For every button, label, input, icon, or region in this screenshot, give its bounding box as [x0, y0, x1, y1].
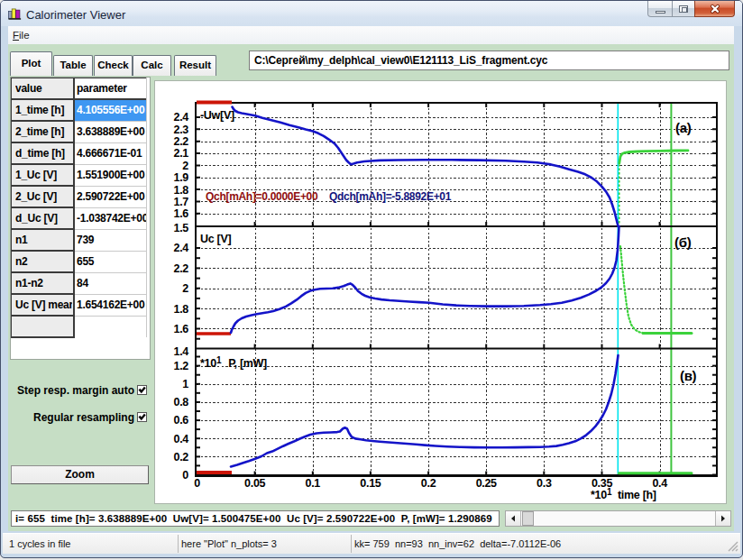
- svg-text:(a): (a): [675, 120, 692, 135]
- svg-text:2: 2: [182, 282, 188, 295]
- svg-text:2.4: 2.4: [174, 242, 189, 254]
- svg-text:1.4: 1.4: [174, 345, 189, 358]
- svg-text:1.5: 1.5: [174, 222, 189, 234]
- svg-text:0.25: 0.25: [476, 477, 497, 490]
- svg-text:0: 0: [182, 469, 188, 482]
- svg-text:2.3: 2.3: [174, 124, 189, 136]
- svg-text:0.05: 0.05: [244, 477, 265, 490]
- svg-text:1.2: 1.2: [174, 360, 189, 372]
- svg-text:1.6: 1.6: [174, 207, 189, 220]
- svg-text:2.4: 2.4: [174, 111, 189, 124]
- svg-text:0: 0: [194, 477, 200, 490]
- svg-text:1.8: 1.8: [174, 303, 189, 316]
- svg-text:*101: *101: [591, 487, 612, 501]
- svg-text:1.8: 1.8: [174, 184, 189, 197]
- svg-text:0.2: 0.2: [421, 477, 436, 490]
- svg-text:0.8: 0.8: [174, 396, 189, 409]
- svg-text:0.1: 0.1: [306, 477, 321, 490]
- svg-text:(в): (в): [680, 368, 697, 383]
- svg-text:1.6: 1.6: [174, 323, 189, 335]
- svg-text:1: 1: [182, 378, 188, 390]
- svg-text:0.2: 0.2: [174, 451, 189, 464]
- svg-text:time [h]: time [h]: [618, 489, 656, 501]
- svg-text:0.4: 0.4: [174, 433, 189, 445]
- svg-text:0.6: 0.6: [174, 414, 189, 427]
- svg-text:(б): (б): [674, 234, 692, 250]
- svg-text:0.4: 0.4: [652, 477, 667, 490]
- svg-text:2.2: 2.2: [174, 262, 189, 275]
- svg-text:Qdch[mAh]=-5.8892E+01: Qdch[mAh]=-5.8892E+01: [329, 190, 452, 203]
- svg-text:2.2: 2.2: [174, 135, 189, 148]
- svg-text:-Uw[V]: -Uw[V]: [200, 109, 234, 122]
- svg-text:2: 2: [182, 160, 188, 172]
- svg-text:0.3: 0.3: [537, 477, 552, 490]
- svg-text:Uc [V]: Uc [V]: [200, 233, 231, 245]
- svg-text:Qch[mAh]=0.0000E+00: Qch[mAh]=0.0000E+00: [206, 190, 318, 203]
- svg-text:0.15: 0.15: [360, 477, 381, 490]
- svg-text:2.1: 2.1: [174, 147, 189, 160]
- svg-text:*101P, [mW]: *101P, [mW]: [200, 355, 267, 370]
- svg-text:1.9: 1.9: [174, 171, 189, 184]
- svg-text:1.7: 1.7: [174, 196, 189, 208]
